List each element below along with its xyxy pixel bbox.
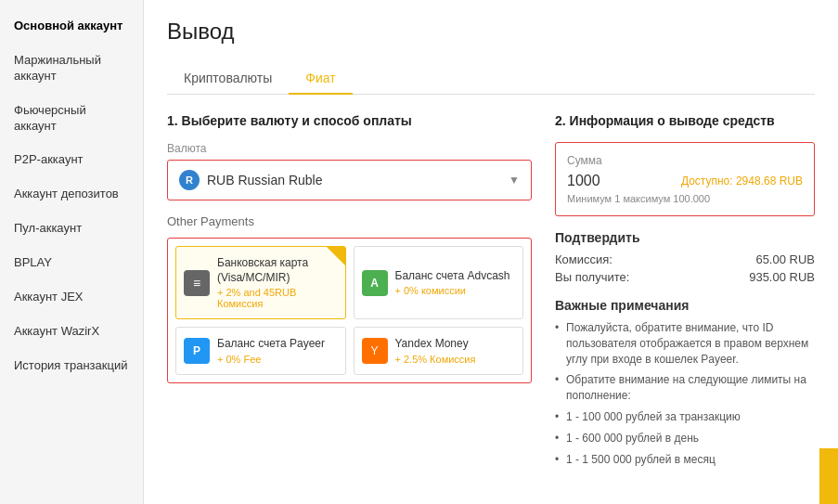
note-item: Обратите внимание на следующие лимиты на… <box>555 372 815 404</box>
payment-card-info-bank-card: Банковская карта (Visa/MC/MIR)+ 2% and 4… <box>217 256 338 309</box>
payment-card-info-payeer: Баланс счета Payeer+ 0% Fee <box>217 337 338 365</box>
notes-list: Пожалуйста, обратите внимание, что ID по… <box>555 320 815 467</box>
tab-crypto[interactable]: Криптовалюты <box>167 63 289 95</box>
payment-card-name-payeer: Баланс счета Payeer <box>217 337 338 352</box>
left-column: 1. Выберите валюту и способ оплаты Валют… <box>167 113 532 472</box>
sidebar-item-margin-account[interactable]: Маржинальный аккаунт <box>0 44 143 94</box>
receive-value: 935.00 RUB <box>749 270 815 284</box>
left-section-title: 1. Выберите валюту и способ оплаты <box>167 113 532 128</box>
amount-input[interactable] <box>567 173 641 189</box>
note-item: Пожалуйста, обратите внимание, что ID по… <box>555 320 815 367</box>
payeer-icon: P <box>184 338 210 364</box>
receive-row: Вы получите: 935.00 RUB <box>555 270 815 284</box>
payment-card-name-yandex: Yandex Money <box>395 337 516 352</box>
amount-box: Сумма Доступно: 2948.68 RUB Минимум 1 ма… <box>555 142 815 216</box>
payment-grid: ≡Банковская карта (Visa/MC/MIR)+ 2% and … <box>167 238 532 383</box>
currency-text: RUB Russian Ruble <box>207 173 323 187</box>
payment-card-info-yandex: Yandex Money+ 2.5% Комиссия <box>395 337 516 365</box>
confirm-title: Подтвердить <box>555 230 815 245</box>
chevron-down-icon: ▼ <box>509 174 520 187</box>
payment-card-payeer[interactable]: PБаланс счета Payeer+ 0% Fee <box>175 327 346 375</box>
main-content: Вывод КриптовалютыФиат 1. Выберите валют… <box>144 0 838 504</box>
sidebar-item-wazirx-account[interactable]: Аккаунт WazirX <box>0 315 143 349</box>
payment-card-fee-advcash: + 0% комиссии <box>395 285 516 296</box>
sidebar-item-transaction-history[interactable]: История транзакций <box>0 349 143 383</box>
selected-badge <box>327 247 345 265</box>
payment-card-name-bank-card: Банковская карта (Visa/MC/MIR) <box>217 256 338 285</box>
payment-card-yandex[interactable]: YYandex Money+ 2.5% Комиссия <box>354 327 524 375</box>
right-section-title: 2. Информация о выводе средств <box>555 113 815 128</box>
available-text: Доступно: 2948.68 RUB <box>681 174 803 187</box>
advcash-icon: A <box>362 270 388 296</box>
payment-card-fee-payeer: + 0% Fee <box>217 354 338 365</box>
payment-card-fee-bank-card: + 2% and 45RUB Комиссия <box>217 287 338 309</box>
note-item: 1 - 100 000 рублей за транзакцию <box>555 409 815 425</box>
note-item: 1 - 600 000 рублей в день <box>555 431 815 446</box>
right-column: 2. Информация о выводе средств Сумма Дос… <box>555 113 815 472</box>
other-payments-label: Other Payments <box>167 214 532 228</box>
sidebar-item-pool-account[interactable]: Пул-аккаунт <box>0 212 143 246</box>
payment-card-bank-card[interactable]: ≡Банковская карта (Visa/MC/MIR)+ 2% and … <box>175 246 346 319</box>
page-title: Вывод <box>167 19 815 45</box>
yellow-corner-decoration <box>819 448 838 504</box>
payment-card-advcash[interactable]: AБаланс счета Advcash+ 0% комиссии <box>354 246 524 319</box>
receive-label: Вы получите: <box>555 270 629 284</box>
fee-label: Комиссия: <box>555 252 612 266</box>
sidebar-item-jex-account[interactable]: Аккаунт JEX <box>0 280 143 315</box>
amount-label: Сумма <box>567 154 803 167</box>
fee-value: 65.00 RUB <box>755 252 815 266</box>
currency-icon: R <box>179 170 200 190</box>
confirm-section: Подтвердить Комиссия: 65.00 RUB Вы получ… <box>555 230 815 284</box>
tab-fiat[interactable]: Фиат <box>289 63 352 95</box>
amount-input-row: Доступно: 2948.68 RUB <box>567 173 803 189</box>
payment-card-fee-yandex: + 2.5% Комиссия <box>395 354 516 365</box>
note-item: 1 - 1 500 000 рублей в месяц <box>555 452 815 468</box>
tabs: КриптовалютыФиат <box>167 63 815 95</box>
sidebar-item-main-account[interactable]: Основной аккаунт <box>0 9 143 44</box>
payment-card-name-advcash: Баланс счета Advcash <box>395 269 516 284</box>
min-max-text: Минимум 1 максимум 100.000 <box>567 193 803 204</box>
bank-icon: ≡ <box>184 270 210 296</box>
sidebar-item-deposit-account[interactable]: Аккаунт депозитов <box>0 177 143 212</box>
sidebar: Основной аккаунтМаржинальный аккаунтФьюч… <box>0 0 144 504</box>
content-row: 1. Выберите валюту и способ оплаты Валют… <box>167 113 815 472</box>
notes-title: Важные примечания <box>555 298 815 313</box>
currency-select[interactable]: R RUB Russian Ruble ▼ <box>167 160 532 200</box>
payment-card-info-advcash: Баланс счета Advcash+ 0% комиссии <box>395 269 516 297</box>
yandex-icon: Y <box>362 338 388 364</box>
fee-row: Комиссия: 65.00 RUB <box>555 252 815 266</box>
sidebar-item-p2p-account[interactable]: P2P-аккаунт <box>0 143 143 177</box>
notes-section: Важные примечания Пожалуйста, обратите в… <box>555 298 815 467</box>
sidebar-item-bplay[interactable]: BPLAY <box>0 246 143 280</box>
sidebar-item-futures-account[interactable]: Фьючерсный аккаунт <box>0 94 143 144</box>
currency-field-label: Валюта <box>167 142 532 155</box>
currency-select-inner: R RUB Russian Ruble <box>179 170 323 190</box>
